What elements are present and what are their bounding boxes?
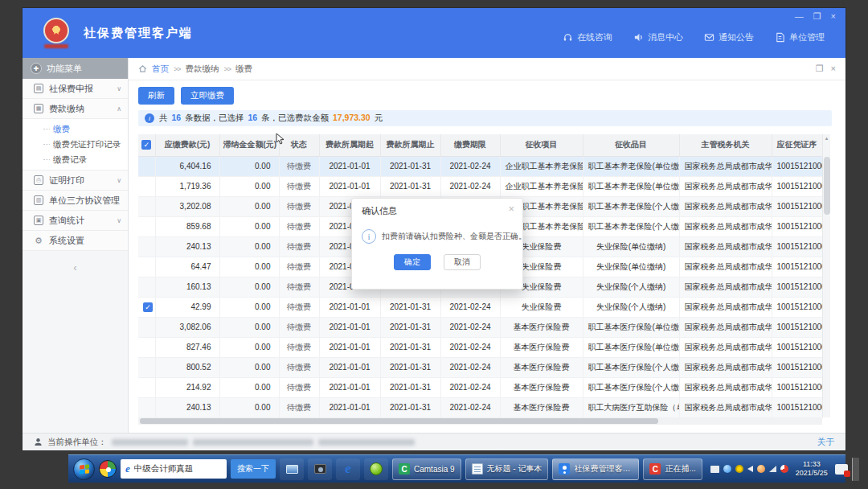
row-checkbox-cell[interactable] [138, 317, 155, 337]
row-checkbox-cell[interactable] [138, 156, 155, 176]
row-checkbox-cell[interactable] [138, 236, 155, 257]
table-row[interactable]: 827.460.00待缴费2021-01-012021-01-312021-02… [138, 337, 822, 357]
yellow-app-tray-icon[interactable] [735, 465, 743, 473]
cell-item: 失业保险(单位缴纳) [583, 236, 679, 257]
green-browser-icon[interactable] [364, 458, 388, 480]
row-checkbox-cell[interactable] [138, 357, 155, 377]
select-all-checkbox[interactable]: ✓ [141, 140, 151, 150]
vertical-scrollbar-thumb[interactable] [824, 157, 830, 215]
cell-period_end: 2021-01-31 [380, 156, 440, 176]
ime-tray-icon[interactable] [710, 466, 719, 473]
cell-amount: 800.52 [155, 357, 219, 377]
table-row[interactable]: 800.520.00待缴费2021-01-012021-01-312021-02… [138, 357, 822, 377]
breadcrumb-payment[interactable]: 费款缴纳 [186, 64, 219, 75]
row-checkbox[interactable]: ✓ [143, 302, 153, 312]
sidebar-item-tripartite-agreement[interactable]: ▥ 单位三方协议管理 [23, 191, 128, 211]
dialog-cancel-button[interactable]: 取消 [444, 254, 481, 270]
panel-restore-icon[interactable]: ❐ [816, 64, 824, 74]
table-row[interactable]: ✓42.990.00待缴费2021-01-012021-01-312021-02… [138, 297, 822, 317]
sidebar-item-certificate-print[interactable]: ⎙ 证明打印 ∨ [23, 171, 128, 191]
table-row[interactable]: 6,404.160.00待缴费2021-01-012021-01-312021-… [138, 156, 822, 176]
taskbar-search-button[interactable]: 搜索一下 [231, 459, 276, 479]
volume-icon[interactable] [747, 466, 753, 472]
selection-summary: i 共 16 条数据，已选择 16 条，已选费款金额 17,973.30 元 [138, 110, 832, 126]
cell-deadline: 2021-02-24 [440, 357, 500, 377]
taskbar-window-recorder[interactable]: C 正在捕... [643, 458, 702, 480]
panel-close-icon[interactable]: × [831, 64, 836, 74]
cell-period_start: 2021-01-01 [319, 337, 380, 357]
ie-browser-icon[interactable]: e [336, 458, 360, 480]
sidebar-subitem-pay[interactable]: 缴费 [23, 121, 128, 137]
cell-late_fee: 0.00 [219, 377, 279, 397]
sidebar-collapse-button[interactable]: ‹ [23, 262, 128, 273]
row-checkbox-cell[interactable] [138, 277, 155, 297]
table-row[interactable]: 1,719.360.00待缴费2021-01-012021-01-312021-… [138, 176, 822, 196]
sidebar-item-query-statistics[interactable]: ▣ 查询统计 ∨ [23, 211, 128, 231]
close-button[interactable]: × [831, 11, 836, 21]
taskbar-window-notepad[interactable]: 无标题 - 记事本 [465, 458, 549, 480]
taskbar-window-shebao-client[interactable]: 社保费管理客户端 [552, 458, 639, 480]
sidebar-item-system-settings[interactable]: ⚙ 系统设置 [23, 231, 128, 251]
screenshot-app-icon[interactable] [308, 458, 332, 480]
home-icon [138, 64, 147, 73]
table-row[interactable]: 214.920.00待缴费2021-01-012021-01-312021-02… [138, 377, 822, 397]
refresh-button[interactable]: 刷新 [138, 87, 174, 105]
message-center-button[interactable]: 消息中心 [633, 31, 683, 43]
taskbar-clock[interactable]: 11:33 2021/5/25 [792, 460, 831, 479]
sidebar-item-payment[interactable]: ▦ 费款缴纳 ∧ [23, 99, 128, 119]
sidebar-subitem-pay-record[interactable]: 缴费记录 [23, 152, 128, 167]
row-checkbox-cell[interactable] [138, 196, 155, 216]
operating-unit-label: 当前操作单位： [47, 437, 107, 448]
table-row[interactable]: 3,082.060.00待缴费2021-01-012021-01-312021-… [138, 317, 822, 337]
show-desktop-button[interactable] [852, 458, 859, 481]
online-consult-button[interactable]: 在线咨询 [563, 31, 612, 43]
row-checkbox-cell[interactable] [138, 397, 155, 417]
horizontal-scrollbar[interactable] [138, 417, 822, 425]
cell-amount: 1,719.36 [155, 176, 219, 196]
row-checkbox-cell[interactable] [138, 257, 155, 277]
cell-project: 企业职工基本养老保险费 [500, 156, 583, 176]
table-row[interactable]: 240.130.00待缴费2021-01-012021-01-312021-02… [138, 397, 822, 417]
network-icon[interactable] [769, 466, 776, 472]
unit-manage-button[interactable]: 单位管理 [775, 31, 825, 43]
cell-tax_office: 国家税务总局成都市成华区... [679, 397, 772, 417]
cell-voucher: 100151210000 [772, 357, 822, 377]
scroll-up-icon[interactable]: ▲ [823, 134, 830, 142]
cell-period_end: 2021-01-31 [380, 357, 440, 377]
row-checkbox-cell[interactable]: ✓ [138, 297, 155, 317]
horizontal-scrollbar-thumb[interactable] [140, 418, 658, 424]
taskbar-search-box[interactable]: e 中级会计师真题 [121, 459, 227, 479]
dialog-close-icon[interactable]: × [508, 204, 514, 214]
total-count: 16 [171, 113, 181, 122]
cell-voucher: 100151210000 [772, 397, 822, 417]
cell-tax_office: 国家税务总局成都市成华区... [679, 357, 772, 377]
cell-voucher: 100151210000 [772, 317, 822, 337]
sidebar: ✚ 功能菜单 ▤ 社保费申报 ∨ ▦ 费款缴纳 ∧ 缴费 缴费凭证打印记录 缴费… [23, 58, 129, 433]
desktop-app-icon[interactable] [280, 458, 304, 480]
row-checkbox-cell[interactable] [138, 176, 155, 196]
about-link[interactable]: 关于 [817, 437, 834, 448]
cell-project: 基本医疗保险费 [500, 337, 583, 357]
taskbar-window-camtasia[interactable]: C Camtasia 9 [392, 458, 461, 480]
orange-app-tray-icon[interactable] [757, 465, 765, 473]
sidebar-item-declare[interactable]: ▤ 社保费申报 ∨ [23, 79, 128, 99]
blue-app-tray-icon[interactable] [723, 465, 731, 473]
breadcrumb-home[interactable]: 首页 [152, 64, 169, 75]
sidebar-subitem-voucher-print-record[interactable]: 缴费凭证打印记录 [23, 137, 128, 152]
maximize-button[interactable]: ❐ [813, 11, 821, 21]
row-checkbox-cell[interactable] [138, 337, 155, 357]
dialog-confirm-button[interactable]: 确定 [394, 254, 431, 270]
row-checkbox-cell[interactable] [138, 377, 155, 397]
start-button[interactable] [73, 458, 95, 480]
pinwheel-app-icon[interactable] [99, 460, 117, 478]
cell-period_start: 2021-01-01 [319, 156, 380, 176]
cell-tax_office: 国家税务总局成都市成华区... [679, 216, 772, 236]
pay-now-button[interactable]: 立即缴费 [181, 87, 234, 105]
form-icon: ▤ [34, 84, 43, 93]
vertical-scrollbar[interactable]: ▲ [822, 134, 830, 417]
minimize-button[interactable]: — [795, 11, 804, 21]
notice-button[interactable]: 通知公告 [704, 31, 754, 43]
security-tray-icon[interactable] [780, 465, 788, 473]
action-center-icon[interactable] [835, 464, 848, 475]
row-checkbox-cell[interactable] [138, 216, 155, 236]
